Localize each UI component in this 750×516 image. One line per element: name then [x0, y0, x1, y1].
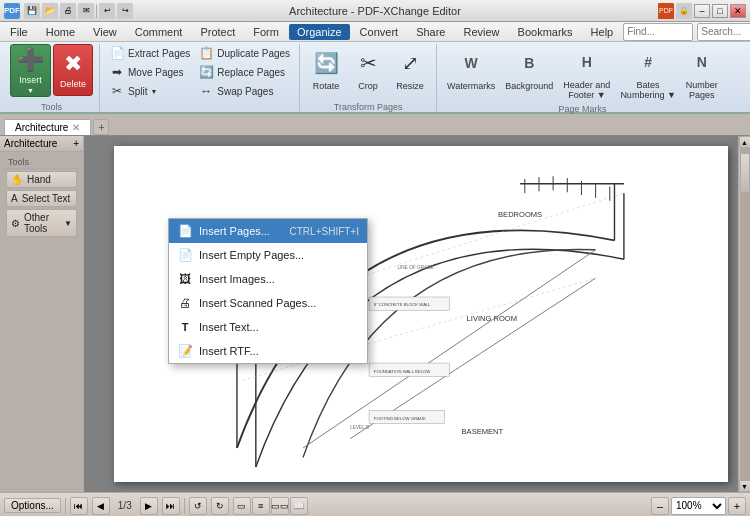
insert-scanned-pages-item[interactable]: 🖨 Insert Scanned Pages... — [169, 291, 367, 315]
close-button[interactable]: ✕ — [730, 4, 746, 18]
select-text-button[interactable]: A Select Text — [6, 190, 77, 207]
find-search-bar — [623, 23, 750, 41]
zoom-in-button[interactable]: + — [728, 497, 746, 515]
bates-button[interactable]: # BatesNumbering ▼ — [616, 44, 679, 102]
insert-pages-item[interactable]: 📄 Insert Pages... CTRL+SHIFT+I — [169, 219, 367, 243]
other-tools-button[interactable]: ⚙ Other Tools ▼ — [6, 209, 77, 237]
split-arrow: ▼ — [150, 88, 157, 95]
app-icon: PDF — [4, 3, 20, 19]
title-bar-left: PDF 💾 📂 🖨 ✉ ↩ ↪ — [4, 3, 133, 19]
open-icon[interactable]: 📂 — [42, 3, 58, 19]
prev-page-button[interactable]: ◀ — [92, 497, 110, 515]
scroll-down-button[interactable]: ▼ — [739, 480, 751, 492]
options-button[interactable]: Options... — [4, 498, 61, 513]
split-icon: ✂ — [109, 83, 125, 99]
number-pages-button[interactable]: N NumberPages — [682, 44, 722, 102]
rotate-button[interactable]: 🔄 Rotate — [306, 44, 346, 94]
menu-review[interactable]: Review — [455, 24, 507, 40]
delete-button[interactable]: ✖ Delete — [53, 44, 93, 96]
svg-text:8" CONCRETE BLOCK WALL: 8" CONCRETE BLOCK WALL — [374, 302, 432, 307]
svg-text:LINE OF GRADE: LINE OF GRADE — [397, 265, 433, 270]
doc-tab-close[interactable]: ✕ — [72, 122, 80, 133]
header-footer-icon: H — [571, 46, 603, 78]
crop-button[interactable]: ✂ Crop — [348, 44, 388, 94]
ribbon-transform-buttons: 🔄 Rotate ✂ Crop ⤢ Resize — [306, 44, 430, 100]
cover-button[interactable]: 📖 — [290, 497, 308, 515]
find-input[interactable] — [623, 23, 693, 41]
status-right: – 100% 75% 50% 125% 150% + — [651, 497, 746, 515]
next-page-button[interactable]: ▶ — [140, 497, 158, 515]
minimize-button[interactable]: – — [694, 4, 710, 18]
lock-icon: 🔒 — [676, 3, 692, 19]
doc-tab-label: Architecture — [15, 122, 68, 133]
redo-icon[interactable]: ↪ — [117, 3, 133, 19]
left-sidebar: Architecture + Tools ✋ Hand A Select Tex… — [0, 136, 84, 492]
other-tools-label: Other Tools — [24, 212, 60, 234]
maximize-button[interactable]: □ — [712, 4, 728, 18]
undo-icon[interactable]: ↩ — [99, 3, 115, 19]
rotate-right-button[interactable]: ↻ — [211, 497, 229, 515]
crop-label: Crop — [358, 81, 378, 91]
doc-area: BEDROOMS LIVING ROOM BASEMENT LINE OF GR… — [84, 136, 738, 492]
menu-convert[interactable]: Convert — [352, 24, 407, 40]
extract-pages-button[interactable]: 📄 Extract Pages — [106, 44, 193, 62]
single-page-button[interactable]: ▭ — [233, 497, 251, 515]
ribbon-small-group-2: 📋 Duplicate Pages 🔄 Replace Pages ↔ Swap… — [195, 44, 293, 100]
sidebar-architecture-label: Architecture — [4, 138, 57, 149]
menu-protect[interactable]: Protect — [192, 24, 243, 40]
rotate-icon: 🔄 — [310, 47, 342, 79]
ribbon-pages-buttons: 📄 Extract Pages ➡ Move Pages ✂ Split ▼ — [106, 44, 293, 110]
svg-text:BASEMENT: BASEMENT — [462, 427, 504, 436]
menu-organize[interactable]: Organize — [289, 24, 350, 40]
duplicate-pages-button[interactable]: 📋 Duplicate Pages — [195, 44, 293, 62]
background-button[interactable]: B Background — [501, 44, 557, 94]
svg-text:LIVING ROOM: LIVING ROOM — [467, 314, 517, 323]
ribbon-group-pages: 📄 Extract Pages ➡ Move Pages ✂ Split ▼ — [100, 44, 300, 112]
print-icon[interactable]: 🖨 — [60, 3, 76, 19]
replace-pages-button[interactable]: 🔄 Replace Pages — [195, 63, 288, 81]
zoom-out-button[interactable]: – — [651, 497, 669, 515]
menu-home[interactable]: Home — [38, 24, 83, 40]
delete-label: Delete — [60, 79, 86, 89]
rotate-left-button[interactable]: ↺ — [189, 497, 207, 515]
scroll-up-button[interactable]: ▲ — [739, 136, 751, 148]
menu-file[interactable]: File — [2, 24, 36, 40]
search-input[interactable] — [697, 23, 750, 41]
insert-text-item[interactable]: T Insert Text... — [169, 315, 367, 339]
doc-tab-add[interactable]: + — [93, 119, 109, 135]
scroll-thumb[interactable] — [740, 153, 750, 193]
menu-form[interactable]: Form — [245, 24, 287, 40]
menu-help[interactable]: Help — [583, 24, 622, 40]
separator — [96, 4, 97, 18]
last-page-button[interactable]: ⏭ — [162, 497, 180, 515]
header-footer-button[interactable]: H Header andFooter ▼ — [559, 44, 614, 102]
insert-images-item[interactable]: 🖼 Insert Images... — [169, 267, 367, 291]
move-pages-button[interactable]: ➡ Move Pages — [106, 63, 187, 81]
menu-bookmarks[interactable]: Bookmarks — [510, 24, 581, 40]
first-page-button[interactable]: ⏮ — [70, 497, 88, 515]
menu-view[interactable]: View — [85, 24, 125, 40]
extract-pages-label: Extract Pages — [128, 48, 190, 59]
email-icon[interactable]: ✉ — [78, 3, 94, 19]
insert-empty-pages-item[interactable]: 📄 Insert Empty Pages... — [169, 243, 367, 267]
menu-comment[interactable]: Comment — [127, 24, 191, 40]
insert-images-icon: 🖼 — [177, 271, 193, 287]
insert-rtf-item[interactable]: 📝 Insert RTF... — [169, 339, 367, 363]
watermarks-button[interactable]: W Watermarks — [443, 44, 499, 94]
split-button[interactable]: ✂ Split ▼ — [106, 82, 160, 100]
watermarks-label: Watermarks — [447, 81, 495, 91]
doc-tab-architecture[interactable]: Architecture ✕ — [4, 119, 91, 135]
facing-button[interactable]: ▭▭ — [271, 497, 289, 515]
sidebar-content: Tools ✋ Hand A Select Text ⚙ Other Tools… — [0, 152, 83, 492]
continuous-button[interactable]: ≡ — [252, 497, 270, 515]
hand-tool-button[interactable]: ✋ Hand — [6, 171, 77, 188]
swap-pages-button[interactable]: ↔ Swap Pages — [195, 82, 276, 100]
sidebar-plus-icon[interactable]: + — [73, 138, 79, 149]
menu-share[interactable]: Share — [408, 24, 453, 40]
zoom-select[interactable]: 100% 75% 50% 125% 150% — [671, 497, 726, 515]
scroll-track — [740, 148, 750, 480]
duplicate-pages-icon: 📋 — [198, 45, 214, 61]
resize-button[interactable]: ⤢ Resize — [390, 44, 430, 94]
insert-button[interactable]: ➕ Insert ▼ — [10, 44, 51, 97]
save-icon[interactable]: 💾 — [24, 3, 40, 19]
